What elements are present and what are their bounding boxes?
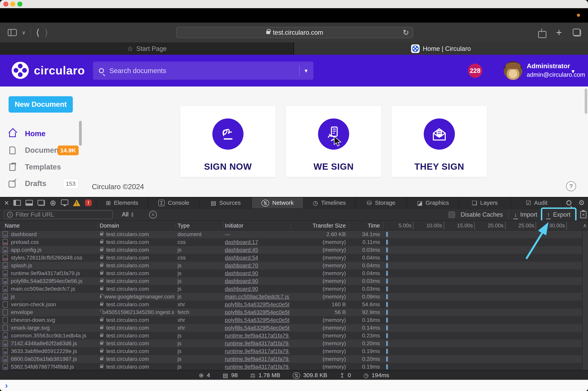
- tab-home-circularo[interactable]: Home | Circularo: [294, 42, 588, 55]
- inspector-tab[interactable]: Storage: [355, 197, 407, 208]
- network-request-row[interactable]: common.35563cc9dc1edb4a.js test.circular…: [0, 332, 588, 340]
- share-icon[interactable]: [538, 28, 546, 37]
- search-dropdown-icon[interactable]: ▾: [305, 67, 307, 74]
- sidebar-item[interactable]: Home: [8, 127, 79, 140]
- sidebar-scrollbar-thumb[interactable]: [79, 121, 82, 146]
- network-request-row[interactable]: js www.googletagmanager.com js main.cc50…: [0, 293, 588, 300]
- network-request-row[interactable]: splash.js test.circularo.com js dashboar…: [0, 262, 588, 269]
- request-initiator[interactable]: dashboard:90: [225, 277, 290, 285]
- request-initiator[interactable]: main.cc509ac3e0edcfc7.js:1:...: [225, 293, 290, 300]
- inspector-tab[interactable]: Layers: [459, 197, 511, 208]
- dock-bottom-icon[interactable]: [25, 200, 33, 206]
- network-request-row[interactable]: envelope o4505159621345280.ingest.se... …: [0, 308, 588, 316]
- import-button[interactable]: ↓ Import: [514, 211, 537, 218]
- inspector-tab[interactable]: Elements: [96, 197, 148, 208]
- network-request-row[interactable]: dashboard test.circularo.com document — …: [0, 230, 588, 238]
- tabs-overview-icon[interactable]: [573, 29, 581, 36]
- reload-icon[interactable]: ↻: [403, 28, 409, 37]
- network-request-row[interactable]: preload.css test.circularo.com css dashb…: [0, 238, 588, 246]
- avatar[interactable]: [504, 61, 522, 80]
- new-tab-icon[interactable]: +: [556, 27, 562, 38]
- minimize-window-button[interactable]: [10, 1, 15, 7]
- inspector-tab[interactable]: Console: [148, 197, 200, 208]
- column-header-type[interactable]: Type: [177, 221, 190, 230]
- request-initiator[interactable]: polyfills.54a6329f54ec0e56...: [225, 308, 290, 316]
- element-picker-icon[interactable]: ⊕: [50, 199, 56, 207]
- network-request-row[interactable]: app.config.js test.circularo.com js dash…: [0, 246, 588, 254]
- network-request-row[interactable]: polyfills.54a6329f54ec0e56.js test.circu…: [0, 277, 588, 285]
- column-header-initiator[interactable]: Initiator: [225, 221, 243, 230]
- forward-icon[interactable]: ⟩: [45, 28, 48, 37]
- action-card[interactable]: WE SIGN: [286, 106, 381, 177]
- inspector-scrollbar[interactable]: [582, 230, 588, 370]
- request-initiator[interactable]: polyfills.54a6329f54ec0e56...: [225, 324, 290, 332]
- device-settings-icon[interactable]: [61, 199, 68, 205]
- clear-network-items-icon[interactable]: ×: [580, 211, 587, 218]
- help-button[interactable]: ?: [566, 181, 576, 191]
- request-initiator[interactable]: runtime.9ef9a4317af1fa79.js:...: [225, 355, 290, 363]
- new-document-button[interactable]: New Document: [8, 96, 73, 113]
- errors-icon[interactable]: !: [85, 199, 92, 206]
- network-request-row[interactable]: 6800.0a026a1fab381987.js test.circularo.…: [0, 355, 588, 363]
- inspector-tab[interactable]: Sources: [200, 197, 251, 208]
- resource-scope-select[interactable]: All ∧∨: [122, 211, 134, 218]
- request-initiator[interactable]: dashboard:45: [225, 246, 290, 254]
- network-request-row[interactable]: xmark-large.svg test.circularo.com xhr p…: [0, 324, 588, 332]
- request-initiator[interactable]: dashboard:90: [225, 285, 290, 293]
- notification-badge[interactable]: 228: [468, 64, 482, 78]
- column-header-domain[interactable]: Domain: [100, 221, 119, 230]
- network-request-row[interactable]: 7142.4346a8e62f2a63d6.js test.circularo.…: [0, 340, 588, 347]
- sidebar-item[interactable]: Documents 14.9K: [8, 144, 79, 157]
- export-button[interactable]: ↑ Export: [543, 209, 575, 220]
- request-initiator[interactable]: runtime.9ef9a4317af1fa79.js:...: [225, 363, 290, 370]
- request-initiator[interactable]: dashboard:70: [225, 262, 290, 269]
- column-header-name[interactable]: Name: [5, 221, 20, 230]
- sidebar-item[interactable]: Drafts 153: [8, 177, 79, 191]
- page-scrollbar-thumb[interactable]: [585, 89, 587, 114]
- tab-start-page[interactable]: ☆ Start Page: [0, 42, 294, 55]
- network-request-row[interactable]: 3633.3abf8ed65912228e.js test.circularo.…: [0, 347, 588, 355]
- network-request-row[interactable]: styles.726118cfb5260d48.css test.circula…: [0, 254, 588, 262]
- column-header-transfer-size[interactable]: Transfer Size: [291, 221, 346, 230]
- network-request-row[interactable]: chevron-down.svg test.circularo.com xhr …: [0, 316, 588, 324]
- user-menu-caret-icon[interactable]: ▾: [572, 68, 575, 75]
- request-initiator[interactable]: polyfills.54a6329f54ec0e56...: [225, 316, 290, 324]
- request-initiator[interactable]: —: [225, 230, 290, 238]
- network-request-row[interactable]: main.cc509ac3e0edcfc7.js test.circularo.…: [0, 285, 588, 293]
- inspector-tab[interactable]: Audit: [511, 197, 562, 208]
- back-icon[interactable]: ⟨: [36, 28, 40, 37]
- request-initiator[interactable]: runtime.9ef9a4317af1fa79.js:...: [225, 332, 290, 340]
- inspector-settings-gear-icon[interactable]: ⚙: [575, 197, 588, 208]
- user-menu[interactable]: Administrator admin@circularo.com: [527, 62, 585, 78]
- inspector-tab[interactable]: Network: [251, 197, 303, 208]
- search-input[interactable]: [109, 67, 297, 75]
- dock-side-icon[interactable]: [13, 200, 21, 206]
- network-request-row[interactable]: 5362.54fd678677f4f8dd.js test.circularo.…: [0, 363, 588, 370]
- sidebar-chevron-icon[interactable]: ∨: [22, 30, 25, 36]
- request-initiator[interactable]: dashboard:17: [225, 238, 290, 246]
- close-window-button[interactable]: [3, 1, 8, 7]
- filter-input[interactable]: [15, 211, 110, 218]
- inspector-tab[interactable]: Timelines: [303, 197, 355, 208]
- column-header-time[interactable]: Time: [349, 221, 380, 230]
- request-initiator[interactable]: runtime.9ef9a4317af1fa79.js:...: [225, 340, 290, 347]
- zoom-window-button[interactable]: [17, 1, 22, 7]
- scroll-up-icon[interactable]: ∧: [583, 221, 587, 230]
- url-bar[interactable]: test.circularo.com ↻: [176, 27, 413, 38]
- sidebar-item[interactable]: Templates: [8, 160, 79, 174]
- request-initiator[interactable]: dashboard:90: [225, 269, 290, 277]
- circularo-logo[interactable]: circularo: [12, 62, 85, 79]
- request-initiator[interactable]: runtime.9ef9a4317af1fa79.js:...: [225, 347, 290, 355]
- sidebar-toggle-icon[interactable]: [8, 29, 17, 36]
- disable-caches-checkbox[interactable]: [448, 211, 455, 218]
- warnings-icon[interactable]: [73, 199, 80, 206]
- request-initiator[interactable]: dashboard:54: [225, 254, 290, 262]
- inspector-tab[interactable]: Graphics: [407, 197, 459, 208]
- action-card[interactable]: SIGN NOW: [180, 106, 276, 177]
- request-initiator[interactable]: polyfills.54a6329f54ec0e56...: [225, 300, 290, 308]
- close-inspector-icon[interactable]: ×: [4, 199, 9, 207]
- console-prompt-strip[interactable]: ›: [0, 380, 588, 391]
- action-card[interactable]: THEY SIGN: [391, 106, 487, 177]
- filter-options-button[interactable]: ≡: [149, 211, 157, 219]
- inspector-search[interactable]: [562, 197, 575, 208]
